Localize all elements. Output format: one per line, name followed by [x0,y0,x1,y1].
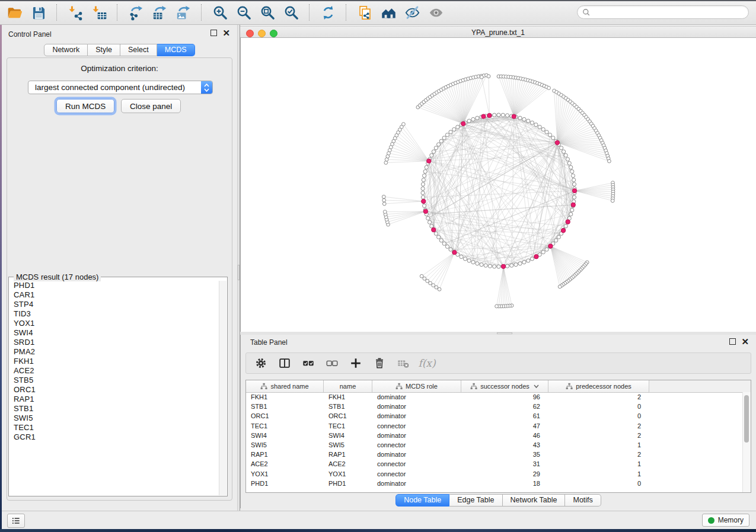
column-header-predecessor-nodes[interactable]: predecessor nodes [548,380,649,392]
network-node[interactable] [434,146,438,150]
network-node[interactable] [471,117,475,121]
float-panel-icon[interactable] [729,338,736,345]
network-node[interactable] [572,196,576,199]
table-row[interactable]: ACE2ACE2connector311 [246,459,743,469]
mcds-result-item[interactable]: TID3 [9,309,219,319]
network-overview-button[interactable] [378,3,398,22]
mcds-node[interactable] [534,254,538,258]
network-node[interactable] [501,113,505,117]
network-node[interactable] [527,259,530,262]
create-column-button[interactable] [348,355,363,371]
automation-panel-button[interactable] [7,514,25,528]
column-header-successor-nodes[interactable]: successor nodes [461,380,548,392]
column-header-name[interactable]: name [324,380,372,392]
run-mcds-button[interactable]: Run MCDS [56,99,114,113]
column-header-shared-name[interactable]: shared name [246,380,324,392]
mcds-node[interactable] [572,188,576,193]
zoom-in-button[interactable] [210,3,230,22]
network-node[interactable] [505,264,509,268]
network-node[interactable] [452,127,456,131]
network-node[interactable] [449,130,452,134]
network-node[interactable] [518,262,522,265]
import-table-button[interactable] [89,3,109,22]
mcds-result-item[interactable]: PMA2 [9,347,219,357]
network-canvas[interactable] [241,38,755,332]
mcds-node[interactable] [461,121,465,126]
network-node[interactable] [467,259,471,262]
network-node[interactable] [488,264,492,268]
network-node[interactable] [449,248,452,251]
network-node[interactable] [497,265,500,268]
table-row[interactable]: SWI4SWI4dominator462 [246,431,743,440]
network-node[interactable] [522,117,526,121]
table-row[interactable]: RAP1RAP1dominator352 [246,450,743,459]
network-node[interactable] [471,260,475,264]
network-node[interactable] [425,165,428,169]
deselect-all-rows-button[interactable] [324,355,340,371]
mcds-node[interactable] [452,250,457,254]
network-node[interactable] [566,158,569,161]
mcds-result-item[interactable]: GCR1 [9,432,219,442]
network-node[interactable] [463,257,467,261]
network-node[interactable] [456,125,460,129]
network-node[interactable] [426,279,429,283]
network-node[interactable] [476,262,479,265]
mcds-result-item[interactable]: CAR1 [9,290,219,300]
table-scrollbar[interactable] [742,392,751,492]
network-node[interactable] [430,153,433,157]
tab-motifs[interactable]: Motifs [565,494,601,507]
network-view[interactable] [240,38,756,332]
refresh-view-button[interactable] [318,3,338,22]
table-row[interactable]: YOX1YOX1connector291 [246,469,743,479]
tab-network[interactable]: Network [44,44,88,56]
mcds-result-item[interactable]: PHD1 [9,281,219,290]
network-node[interactable] [382,198,386,202]
network-node[interactable] [541,250,545,254]
network-node[interactable] [432,284,435,287]
network-node[interactable] [569,212,573,216]
network-node[interactable] [421,187,425,190]
table-row[interactable]: STB1STB1dominator620 [246,402,743,411]
mcds-result-item[interactable]: SWI4 [9,328,219,338]
mcds-result-item[interactable]: SRD1 [9,338,219,347]
criterion-dropdown[interactable]: largest connected component (undirected) [28,81,213,94]
network-node[interactable] [445,245,449,248]
mcds-node[interactable] [432,227,436,232]
network-node[interactable] [402,123,406,126]
network-node[interactable] [432,150,435,153]
network-node[interactable] [426,216,430,220]
network-node[interactable] [570,169,574,173]
close-panel-icon[interactable]: ✕ [741,338,749,345]
search-field[interactable] [577,5,749,19]
network-node[interactable] [421,196,425,199]
network-node[interactable] [437,143,441,146]
network-node[interactable] [611,199,614,203]
mcds-node[interactable] [501,264,505,268]
export-table-button[interactable] [149,3,170,22]
network-node[interactable] [560,146,563,150]
network-node[interactable] [495,305,499,308]
network-node[interactable] [423,169,427,173]
table-row[interactable]: PHD1PHD1dominator180 [246,479,743,488]
mcds-result-item[interactable]: SWI5 [9,414,219,423]
mcds-node[interactable] [481,114,486,118]
share-document-button[interactable] [355,3,375,22]
network-node[interactable] [569,165,573,169]
network-node[interactable] [422,178,425,182]
network-node[interactable] [384,161,388,165]
network-node[interactable] [558,285,562,289]
network-node[interactable] [383,210,387,214]
network-node[interactable] [421,191,425,195]
tab-node-table[interactable]: Node Table [395,494,449,507]
network-node[interactable] [438,287,441,291]
close-panel-icon[interactable]: ✕ [222,30,230,36]
tab-select[interactable]: Select [120,44,157,56]
network-node[interactable] [557,235,560,239]
network-node[interactable] [547,86,551,90]
hide-graphics-details-button[interactable] [402,3,422,22]
open-session-button[interactable] [5,3,25,22]
float-panel-icon[interactable] [210,30,217,36]
network-node[interactable] [476,116,479,120]
network-node[interactable] [545,130,548,134]
mcds-result-item[interactable]: STP4 [9,300,219,309]
